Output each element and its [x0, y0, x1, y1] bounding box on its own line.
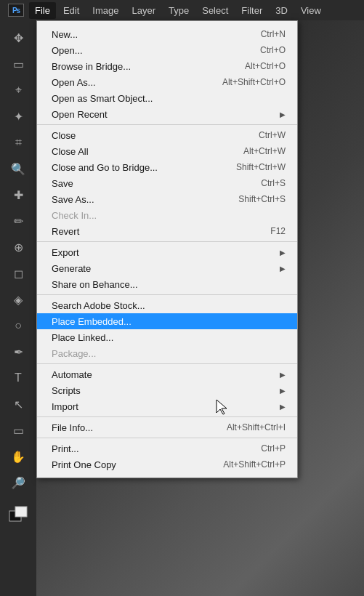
brush-tool[interactable]: ✏ — [7, 209, 30, 233]
menu-file[interactable]: File — [29, 2, 56, 19]
menu-item-1-3[interactable]: SaveCtrl+S — [37, 175, 297, 191]
foreground-bg-tool[interactable] — [7, 503, 30, 526]
menu-item-shortcut-0-3: Alt+Shift+Ctrl+O — [222, 77, 286, 87]
pen-tool[interactable]: ✒ — [7, 340, 30, 363]
menu-item-0-0[interactable]: New...Ctrl+N — [37, 26, 297, 42]
menu-item-0-5[interactable]: Open Recent▶ — [37, 106, 297, 122]
hand-tool[interactable]: ✋ — [7, 445, 30, 468]
menu-item-1-4[interactable]: Save As...Shift+Ctrl+S — [37, 191, 297, 207]
menu-item-5-0[interactable]: File Info...Alt+Shift+Ctrl+I — [37, 419, 297, 435]
marquee-tool[interactable]: ▭ — [7, 52, 30, 76]
menu-item-label-6-0: Print... — [52, 443, 79, 454]
lasso-tool[interactable]: ⌖ — [7, 78, 30, 102]
menu-item-label-0-0: New... — [52, 29, 78, 40]
zoom-tool[interactable]: 🔎 — [7, 471, 30, 494]
menu-item-label-0-4: Open as Smart Object... — [52, 93, 153, 104]
menu-item-3-2[interactable]: Place Linked... — [37, 329, 297, 345]
clone-tool[interactable]: ⊕ — [7, 235, 30, 259]
text-tool[interactable]: T — [7, 366, 30, 390]
menu-item-shortcut-6-0: Ctrl+P — [261, 443, 286, 454]
menu-layer[interactable]: Layer — [126, 2, 162, 19]
menu-item-label-0-5: Open Recent — [52, 109, 108, 120]
eyedropper-tool[interactable]: 🔍 — [7, 157, 30, 180]
menu-section-2: Export▶Generate▶Share on Behance... — [37, 242, 297, 295]
menu-item-0-4[interactable]: Open as Smart Object... — [37, 90, 297, 106]
menu-item-3-0[interactable]: Search Adobe Stock... — [37, 297, 297, 313]
menu-item-shortcut-1-4: Shift+Ctrl+S — [238, 194, 286, 204]
menu-select[interactable]: Select — [196, 2, 234, 19]
menu-item-2-0[interactable]: Export▶ — [37, 244, 297, 260]
menu-item-arrow-4-1: ▶ — [280, 387, 286, 395]
menu-item-label-1-4: Save As... — [52, 194, 94, 205]
menu-item-3-1[interactable]: Place Embedded... — [37, 313, 297, 329]
menu-item-label-0-1: Open... — [52, 45, 83, 56]
heal-tool[interactable]: ✚ — [7, 183, 30, 206]
ps-logo: Ps — [6, 3, 26, 17]
menu-item-arrow-4-2: ▶ — [280, 403, 286, 411]
menu-section-3: Search Adobe Stock...Place Embedded...Pl… — [37, 295, 297, 364]
menu-item-shortcut-0-0: Ctrl+N — [261, 29, 286, 39]
left-toolbar: ✥ ▭ ⌖ ✦ ⌗ 🔍 ✚ ✏ ⊕ ◻ ◈ ○ ✒ T ↖ ▭ ✋ 🔎 — [0, 20, 36, 596]
menu-item-label-4-1: Scripts — [52, 385, 81, 396]
eraser-tool[interactable]: ◻ — [7, 262, 30, 285]
svg-rect-1 — [15, 507, 27, 517]
menu-item-4-1[interactable]: Scripts▶ — [37, 382, 297, 398]
menu-3d[interactable]: 3D — [270, 2, 294, 19]
menu-item-shortcut-5-0: Alt+Shift+Ctrl+I — [227, 422, 286, 432]
menu-item-2-2[interactable]: Share on Behance... — [37, 276, 297, 292]
menu-item-label-6-1: Print One Copy — [52, 459, 116, 470]
menu-item-label-3-1: Place Embedded... — [52, 316, 132, 327]
menu-item-label-2-1: Generate — [52, 263, 91, 274]
menu-item-4-2[interactable]: Import▶ — [37, 398, 297, 414]
menu-view[interactable]: View — [295, 2, 327, 19]
menu-item-shortcut-1-1: Alt+Ctrl+W — [243, 146, 286, 156]
menu-item-shortcut-1-0: Ctrl+W — [259, 130, 286, 140]
menu-item-1-6[interactable]: RevertF12 — [37, 223, 297, 239]
menu-item-label-1-3: Save — [52, 178, 73, 189]
menu-item-label-1-2: Close and Go to Bridge... — [52, 162, 158, 173]
menu-item-shortcut-0-1: Ctrl+O — [260, 45, 286, 55]
move-tool[interactable]: ✥ — [7, 26, 30, 49]
menu-item-label-5-0: File Info... — [52, 422, 93, 433]
menu-item-6-1[interactable]: Print One CopyAlt+Shift+Ctrl+P — [37, 456, 297, 472]
menu-item-1-5: Check In... — [37, 207, 297, 223]
dodge-tool[interactable]: ○ — [7, 314, 30, 337]
menu-item-label-2-0: Export — [52, 247, 79, 258]
menu-bar: Ps File Edit Image Layer Type Select Fil… — [0, 0, 364, 20]
menu-item-label-2-2: Share on Behance... — [52, 279, 138, 290]
menu-filter[interactable]: Filter — [235, 2, 268, 19]
menu-section-0: New...Ctrl+NOpen...Ctrl+OBrowse in Bridg… — [37, 24, 297, 125]
menu-item-1-2[interactable]: Close and Go to Bridge...Shift+Ctrl+W — [37, 159, 297, 175]
crop-tool[interactable]: ⌗ — [7, 131, 30, 154]
menu-item-label-3-0: Search Adobe Stock... — [52, 300, 145, 311]
shape-tool[interactable]: ▭ — [7, 419, 30, 442]
menu-item-2-1[interactable]: Generate▶ — [37, 260, 297, 276]
menu-item-arrow-4-0: ▶ — [280, 371, 286, 379]
path-select-tool[interactable]: ↖ — [7, 392, 30, 416]
menu-item-1-0[interactable]: CloseCtrl+W — [37, 127, 297, 143]
menu-item-0-3[interactable]: Open As...Alt+Shift+Ctrl+O — [37, 74, 297, 90]
menu-item-label-1-1: Close All — [52, 146, 89, 157]
menu-item-shortcut-1-3: Ctrl+S — [261, 178, 286, 188]
menu-item-label-3-3: Package... — [52, 348, 96, 359]
menu-item-1-1[interactable]: Close AllAlt+Ctrl+W — [37, 143, 297, 159]
magic-wand-tool[interactable]: ✦ — [7, 105, 30, 128]
menu-item-label-3-2: Place Linked... — [52, 332, 113, 343]
menu-item-6-0[interactable]: Print...Ctrl+P — [37, 440, 297, 456]
menu-item-arrow-2-0: ▶ — [280, 249, 286, 257]
menu-item-shortcut-1-2: Shift+Ctrl+W — [236, 162, 286, 172]
menu-type[interactable]: Type — [163, 2, 195, 19]
menu-section-4: Automate▶Scripts▶Import▶ — [37, 364, 297, 417]
gradient-tool[interactable]: ◈ — [7, 288, 30, 311]
menu-item-label-1-6: Revert — [52, 226, 79, 237]
menu-item-0-1[interactable]: Open...Ctrl+O — [37, 42, 297, 58]
menu-edit[interactable]: Edit — [57, 2, 85, 19]
menu-section-5: File Info...Alt+Shift+Ctrl+I — [37, 417, 297, 438]
menu-item-shortcut-1-6: F12 — [270, 226, 286, 236]
menu-item-4-0[interactable]: Automate▶ — [37, 366, 297, 382]
menu-item-0-2[interactable]: Browse in Bridge...Alt+Ctrl+O — [37, 58, 297, 74]
menu-item-label-4-0: Automate — [52, 369, 92, 380]
menu-image[interactable]: Image — [86, 2, 124, 19]
menu-item-3-3: Package... — [37, 345, 297, 361]
menu-item-label-1-5: Check In... — [52, 210, 97, 221]
